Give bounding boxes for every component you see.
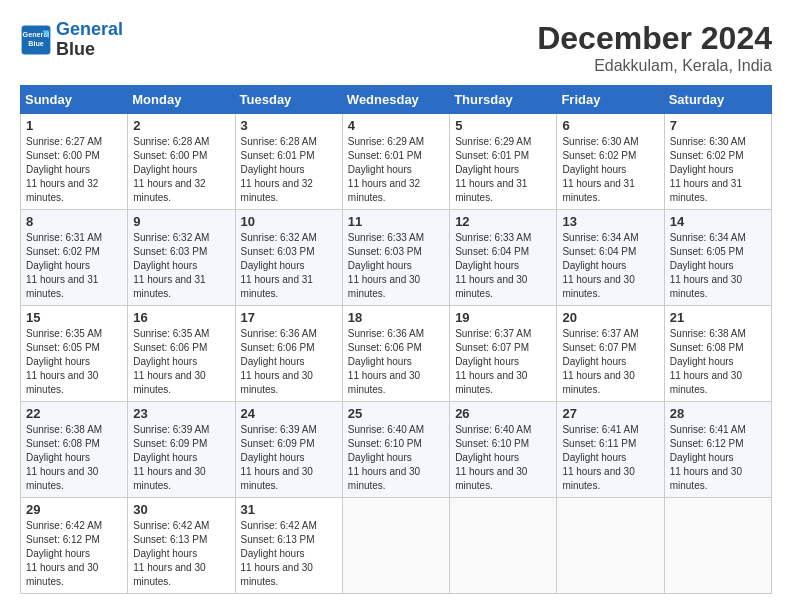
calendar-cell: 14 Sunrise: 6:34 AMSunset: 6:05 PMDaylig…: [664, 210, 771, 306]
calendar-week-row: 15 Sunrise: 6:35 AMSunset: 6:05 PMDaylig…: [21, 306, 772, 402]
calendar-cell: 29 Sunrise: 6:42 AMSunset: 6:12 PMDaylig…: [21, 498, 128, 594]
day-number: 29: [26, 502, 122, 517]
weekday-header-sunday: Sunday: [21, 86, 128, 114]
calendar-cell: 27 Sunrise: 6:41 AMSunset: 6:11 PMDaylig…: [557, 402, 664, 498]
day-number: 24: [241, 406, 337, 421]
calendar-cell: [557, 498, 664, 594]
day-number: 6: [562, 118, 658, 133]
calendar-cell: 20 Sunrise: 6:37 AMSunset: 6:07 PMDaylig…: [557, 306, 664, 402]
day-number: 19: [455, 310, 551, 325]
location-subtitle: Edakkulam, Kerala, India: [537, 57, 772, 75]
day-number: 13: [562, 214, 658, 229]
day-info: Sunrise: 6:36 AMSunset: 6:06 PMDaylight …: [241, 327, 337, 397]
day-info: Sunrise: 6:40 AMSunset: 6:10 PMDaylight …: [455, 423, 551, 493]
day-info: Sunrise: 6:34 AMSunset: 6:05 PMDaylight …: [670, 231, 766, 301]
weekday-header-wednesday: Wednesday: [342, 86, 449, 114]
calendar-cell: 24 Sunrise: 6:39 AMSunset: 6:09 PMDaylig…: [235, 402, 342, 498]
calendar-week-row: 1 Sunrise: 6:27 AMSunset: 6:00 PMDayligh…: [21, 114, 772, 210]
calendar-cell: 15 Sunrise: 6:35 AMSunset: 6:05 PMDaylig…: [21, 306, 128, 402]
calendar-cell: 4 Sunrise: 6:29 AMSunset: 6:01 PMDayligh…: [342, 114, 449, 210]
day-info: Sunrise: 6:35 AMSunset: 6:05 PMDaylight …: [26, 327, 122, 397]
weekday-header-monday: Monday: [128, 86, 235, 114]
day-info: Sunrise: 6:40 AMSunset: 6:10 PMDaylight …: [348, 423, 444, 493]
day-number: 15: [26, 310, 122, 325]
calendar-cell: 5 Sunrise: 6:29 AMSunset: 6:01 PMDayligh…: [450, 114, 557, 210]
calendar-cell: 28 Sunrise: 6:41 AMSunset: 6:12 PMDaylig…: [664, 402, 771, 498]
calendar-cell: [664, 498, 771, 594]
month-year-title: December 2024: [537, 20, 772, 57]
logo-icon: General Blue: [20, 24, 52, 56]
day-info: Sunrise: 6:39 AMSunset: 6:09 PMDaylight …: [133, 423, 229, 493]
calendar-cell: 2 Sunrise: 6:28 AMSunset: 6:00 PMDayligh…: [128, 114, 235, 210]
svg-text:Blue: Blue: [28, 38, 44, 47]
calendar-week-row: 29 Sunrise: 6:42 AMSunset: 6:12 PMDaylig…: [21, 498, 772, 594]
calendar-cell: 17 Sunrise: 6:36 AMSunset: 6:06 PMDaylig…: [235, 306, 342, 402]
day-info: Sunrise: 6:29 AMSunset: 6:01 PMDaylight …: [455, 135, 551, 205]
day-number: 18: [348, 310, 444, 325]
weekday-header-friday: Friday: [557, 86, 664, 114]
day-number: 17: [241, 310, 337, 325]
day-info: Sunrise: 6:29 AMSunset: 6:01 PMDaylight …: [348, 135, 444, 205]
day-number: 14: [670, 214, 766, 229]
day-info: Sunrise: 6:37 AMSunset: 6:07 PMDaylight …: [455, 327, 551, 397]
day-info: Sunrise: 6:35 AMSunset: 6:06 PMDaylight …: [133, 327, 229, 397]
logo: General Blue GeneralBlue: [20, 20, 123, 60]
calendar-cell: 25 Sunrise: 6:40 AMSunset: 6:10 PMDaylig…: [342, 402, 449, 498]
day-number: 11: [348, 214, 444, 229]
calendar-body: 1 Sunrise: 6:27 AMSunset: 6:00 PMDayligh…: [21, 114, 772, 594]
day-number: 10: [241, 214, 337, 229]
day-number: 4: [348, 118, 444, 133]
day-number: 26: [455, 406, 551, 421]
calendar-cell: 13 Sunrise: 6:34 AMSunset: 6:04 PMDaylig…: [557, 210, 664, 306]
day-info: Sunrise: 6:28 AMSunset: 6:00 PMDaylight …: [133, 135, 229, 205]
day-info: Sunrise: 6:42 AMSunset: 6:12 PMDaylight …: [26, 519, 122, 589]
day-number: 1: [26, 118, 122, 133]
day-info: Sunrise: 6:41 AMSunset: 6:12 PMDaylight …: [670, 423, 766, 493]
day-number: 7: [670, 118, 766, 133]
calendar-cell: 8 Sunrise: 6:31 AMSunset: 6:02 PMDayligh…: [21, 210, 128, 306]
weekday-header-thursday: Thursday: [450, 86, 557, 114]
calendar-cell: 31 Sunrise: 6:42 AMSunset: 6:13 PMDaylig…: [235, 498, 342, 594]
day-info: Sunrise: 6:27 AMSunset: 6:00 PMDaylight …: [26, 135, 122, 205]
calendar-cell: 26 Sunrise: 6:40 AMSunset: 6:10 PMDaylig…: [450, 402, 557, 498]
day-number: 25: [348, 406, 444, 421]
calendar-cell: 18 Sunrise: 6:36 AMSunset: 6:06 PMDaylig…: [342, 306, 449, 402]
day-info: Sunrise: 6:38 AMSunset: 6:08 PMDaylight …: [670, 327, 766, 397]
day-info: Sunrise: 6:36 AMSunset: 6:06 PMDaylight …: [348, 327, 444, 397]
weekday-header-saturday: Saturday: [664, 86, 771, 114]
calendar-cell: 19 Sunrise: 6:37 AMSunset: 6:07 PMDaylig…: [450, 306, 557, 402]
calendar-week-row: 22 Sunrise: 6:38 AMSunset: 6:08 PMDaylig…: [21, 402, 772, 498]
day-info: Sunrise: 6:30 AMSunset: 6:02 PMDaylight …: [670, 135, 766, 205]
day-info: Sunrise: 6:30 AMSunset: 6:02 PMDaylight …: [562, 135, 658, 205]
page-header: General Blue GeneralBlue December 2024 E…: [20, 20, 772, 75]
day-number: 27: [562, 406, 658, 421]
day-info: Sunrise: 6:32 AMSunset: 6:03 PMDaylight …: [241, 231, 337, 301]
day-info: Sunrise: 6:41 AMSunset: 6:11 PMDaylight …: [562, 423, 658, 493]
calendar-cell: [342, 498, 449, 594]
day-info: Sunrise: 6:39 AMSunset: 6:09 PMDaylight …: [241, 423, 337, 493]
calendar-table: SundayMondayTuesdayWednesdayThursdayFrid…: [20, 85, 772, 594]
day-number: 12: [455, 214, 551, 229]
calendar-cell: 3 Sunrise: 6:28 AMSunset: 6:01 PMDayligh…: [235, 114, 342, 210]
calendar-cell: 9 Sunrise: 6:32 AMSunset: 6:03 PMDayligh…: [128, 210, 235, 306]
calendar-cell: 7 Sunrise: 6:30 AMSunset: 6:02 PMDayligh…: [664, 114, 771, 210]
day-info: Sunrise: 6:33 AMSunset: 6:03 PMDaylight …: [348, 231, 444, 301]
day-number: 3: [241, 118, 337, 133]
day-number: 30: [133, 502, 229, 517]
calendar-header-row: SundayMondayTuesdayWednesdayThursdayFrid…: [21, 86, 772, 114]
day-number: 16: [133, 310, 229, 325]
day-number: 5: [455, 118, 551, 133]
weekday-header-tuesday: Tuesday: [235, 86, 342, 114]
calendar-week-row: 8 Sunrise: 6:31 AMSunset: 6:02 PMDayligh…: [21, 210, 772, 306]
day-number: 8: [26, 214, 122, 229]
day-number: 21: [670, 310, 766, 325]
day-number: 22: [26, 406, 122, 421]
day-info: Sunrise: 6:38 AMSunset: 6:08 PMDaylight …: [26, 423, 122, 493]
calendar-cell: 6 Sunrise: 6:30 AMSunset: 6:02 PMDayligh…: [557, 114, 664, 210]
calendar-cell: 21 Sunrise: 6:38 AMSunset: 6:08 PMDaylig…: [664, 306, 771, 402]
calendar-cell: 10 Sunrise: 6:32 AMSunset: 6:03 PMDaylig…: [235, 210, 342, 306]
title-block: December 2024 Edakkulam, Kerala, India: [537, 20, 772, 75]
day-number: 9: [133, 214, 229, 229]
calendar-cell: 12 Sunrise: 6:33 AMSunset: 6:04 PMDaylig…: [450, 210, 557, 306]
day-number: 28: [670, 406, 766, 421]
